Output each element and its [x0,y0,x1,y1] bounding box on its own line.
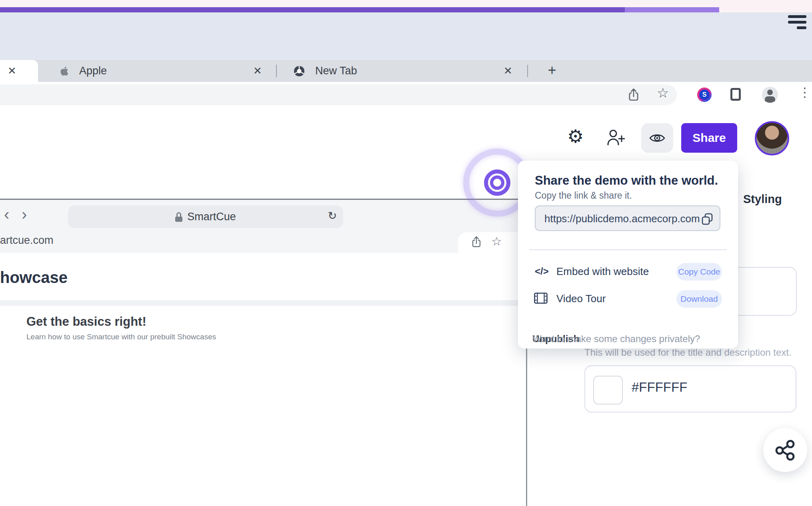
demo-page-body [0,253,527,506]
code-icon: </> [535,263,551,280]
tab-styling[interactable]: Styling [743,193,782,206]
download-button[interactable]: Download [676,290,722,308]
new-tab-icon[interactable]: + [543,60,561,82]
styling-helper-text: This will be used for the title and desc… [584,347,792,358]
copy-code-button[interactable]: Copy Code [676,263,722,281]
tab-apple[interactable]: Apple [79,60,107,82]
apple-icon [58,65,70,77]
demo-share-icon[interactable] [470,235,482,248]
tab-separator [276,65,277,77]
demo-back-icon[interactable]: ‹ [4,205,9,223]
browser-menu-dots-icon[interactable]: ⋮ [798,85,811,100]
section-title: Get the basics right! [26,315,146,329]
tab-new-tab[interactable]: New Tab [315,60,357,82]
color-swatch[interactable] [593,376,623,404]
close-tab-icon[interactable]: ✕ [250,60,265,82]
progress-bar-secondary [625,7,719,12]
reload-icon[interactable]: ↻ [328,209,337,222]
popup-subtitle: Copy the link & share it. [535,190,632,201]
color-input-field[interactable]: #FFFFFF [584,365,796,412]
browser-profile-icon[interactable] [762,87,778,103]
film-icon [534,293,548,304]
demo-address-bar[interactable]: SmartCue ↻ [68,205,343,228]
side-panel-icon[interactable] [730,88,741,101]
demo-address-text: SmartCue [187,211,236,223]
preview-eye-button[interactable] [641,123,673,153]
close-tab-icon[interactable]: ✕ [501,60,515,82]
popup-title: Share the demo with the world. [535,173,727,188]
invite-user-icon[interactable] [606,129,625,146]
embed-label: Embed with website [556,263,649,280]
tab-strip [0,60,812,82]
section-subtitle: Learn how to use Smartcue with our prebu… [26,333,216,341]
eye-icon [649,133,665,143]
address-bar[interactable] [0,84,677,105]
user-avatar[interactable] [755,121,789,155]
settings-gear-icon[interactable]: ⚙ [567,127,584,145]
share-button[interactable]: Share [681,123,737,153]
share-link-url: https://publicdemo.acmecorp.com [544,213,700,225]
color-value: #FFFFFF [632,380,687,395]
bookmark-star-icon[interactable]: ☆ [657,85,669,101]
screen: ✕ Apple ✕ New Tab ✕ + ☆ S ⋮ ⚙ Share [0,0,812,506]
section-divider [0,300,527,306]
chrome-icon [294,66,305,77]
smartcue-extension-icon[interactable]: S [697,88,712,102]
demo-browser-frame: ‹ › SmartCue ↻ artcue.com ☆ howcase Get … [0,199,527,506]
tab-separator [527,65,528,77]
popup-divider [529,249,727,250]
lock-icon [175,212,182,222]
demo-star-icon[interactable]: ☆ [491,234,502,248]
popup-footer: Want to make some changes privately? Unp… [532,333,724,345]
share-popup: Share the demo with the world. Copy the … [518,161,738,349]
progress-bar-filled [0,7,625,12]
showcase-heading: howcase [0,269,68,287]
hamburger-menu-icon[interactable] [788,15,806,31]
close-tab-icon[interactable]: ✕ [5,60,19,82]
copy-link-icon[interactable] [701,213,713,225]
share-page-icon[interactable] [626,88,641,102]
share-nodes-icon [774,439,796,461]
spotlight-beacon-center [490,175,504,190]
demo-site-url: artcue.com [0,234,54,247]
browser-frame [0,12,812,60]
demo-forward-icon[interactable]: › [22,205,27,223]
video-tour-label: Video Tour [556,290,606,307]
share-fab-button[interactable] [763,428,807,472]
share-link-box[interactable]: https://publicdemo.acmecorp.com [535,205,720,231]
